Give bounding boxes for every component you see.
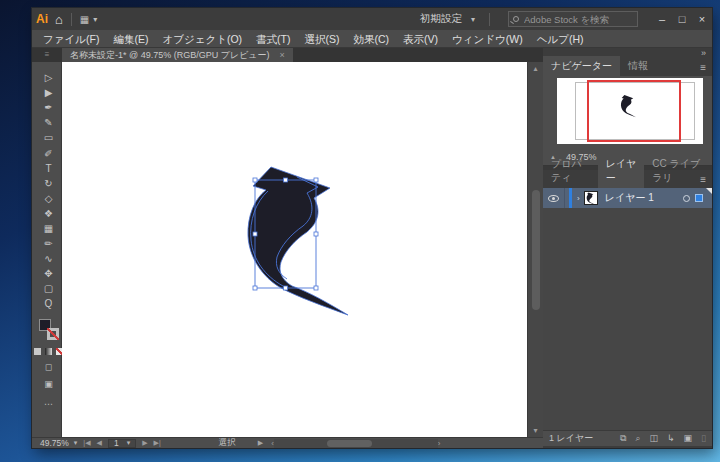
artboard-caret-icon: ▾: [127, 439, 131, 447]
tool-type[interactable]: T: [39, 161, 59, 176]
tab-layers[interactable]: レイヤー: [598, 154, 645, 188]
canvas-artboard[interactable]: [62, 62, 527, 437]
document-close-icon[interactable]: ×: [280, 50, 285, 60]
artboard-selector[interactable]: 1 ▾: [108, 439, 136, 448]
maximize-button[interactable]: □: [672, 8, 692, 30]
menu-type[interactable]: 書式(T): [249, 30, 297, 48]
status-flyout-icon[interactable]: ▶: [258, 439, 263, 447]
navigator-arrow-thumbnail: [619, 92, 637, 120]
arrange-documents-caret-icon[interactable]: ▾: [93, 15, 97, 24]
tool-rotate[interactable]: ↻: [39, 176, 59, 191]
menu-window[interactable]: ウィンドウ(W): [445, 30, 530, 48]
vertical-scrollbar[interactable]: ▴ ▾: [527, 62, 543, 437]
previous-artboard-icon[interactable]: ◀: [97, 439, 102, 447]
fill-stroke-widget[interactable]: [39, 319, 59, 340]
tool-selection[interactable]: ▷: [39, 70, 59, 85]
edit-toolbar-ellipsis[interactable]: ⋯: [44, 399, 53, 409]
menu-file[interactable]: ファイル(F): [36, 30, 106, 48]
close-button[interactable]: ×: [692, 8, 712, 30]
zoom-caret-icon[interactable]: ▾: [74, 439, 78, 447]
tab-info[interactable]: 情報: [620, 56, 656, 76]
tab-navigator[interactable]: ナビゲーター: [543, 56, 620, 76]
layers-footer-icons: ⧉⌕◫↳▣▯: [620, 433, 706, 444]
layers-panel-tabs: プロパティ レイヤー CC ライブラリ ≡: [543, 170, 712, 188]
tab-properties[interactable]: プロパティ: [543, 154, 598, 188]
scroll-down-icon[interactable]: ▾: [533, 426, 537, 435]
visibility-cell[interactable]: [543, 188, 565, 208]
horizontal-scrollbar[interactable]: ‹ ›: [271, 439, 449, 448]
adobe-stock-search[interactable]: [508, 11, 638, 27]
collapse-panels-icon[interactable]: »: [701, 49, 706, 58]
delete-layer-icon: ▯: [701, 433, 706, 444]
horizontal-scroll-track[interactable]: [274, 439, 438, 448]
menu-effect[interactable]: 効果(C): [346, 30, 396, 48]
document-tab-title: 名称未設定-1* @ 49.75% (RGB/GPU プレビュー): [70, 49, 270, 62]
artboard-nav-next: ▶▶|: [142, 439, 161, 447]
tool-pencil[interactable]: ✏: [39, 236, 59, 251]
menu-help[interactable]: ヘルプ(H): [530, 30, 591, 48]
new-layer-icon[interactable]: ▣: [684, 433, 693, 444]
selection-indicator-icon[interactable]: [695, 194, 703, 202]
stroke-swatch-none[interactable]: [47, 328, 59, 340]
desktop: { "titlebar": { "logo": "Ai", "workspace…: [0, 0, 720, 462]
scroll-right-icon[interactable]: ›: [438, 439, 441, 448]
tool-gradient[interactable]: ▦: [39, 221, 59, 236]
workspace-label: 初期設定: [420, 12, 462, 26]
tools-panel: ▷▶✒✎▭✐T↻◇❖▦✏∿✥▢Q◻▣⋯: [36, 62, 62, 437]
artboard-number: 1: [114, 438, 119, 448]
document-tab-bar: ≡ 名称未設定-1* @ 49.75% (RGB/GPU プレビュー) ×: [32, 48, 543, 62]
tool-width[interactable]: ∿: [39, 251, 59, 266]
tool-eraser[interactable]: ◇: [39, 191, 59, 206]
menu-view[interactable]: 表示(V): [396, 30, 445, 48]
layer-thumbnail[interactable]: [584, 191, 598, 205]
layer-row-selected[interactable]: › レイヤー 1: [543, 188, 712, 208]
arrow-shape[interactable]: [248, 167, 348, 315]
screen-mode-button[interactable]: ▣: [44, 379, 53, 389]
tool-rectangle[interactable]: ▭: [39, 130, 59, 145]
collect-for-export-icon[interactable]: ⧉: [620, 433, 626, 444]
expand-layer-icon[interactable]: ›: [577, 194, 580, 203]
tool-paintbrush[interactable]: ✐: [39, 145, 59, 160]
menu-object[interactable]: オブジェクト(O): [155, 30, 249, 48]
minimize-button[interactable]: –: [652, 8, 672, 30]
last-artboard-icon[interactable]: ▶|: [154, 439, 161, 447]
workspace-switcher[interactable]: 初期設定 ▾: [414, 10, 481, 28]
tool-direct-selection[interactable]: ▶: [39, 85, 59, 100]
horizontal-scroll-thumb[interactable]: [327, 440, 372, 447]
zoom-level[interactable]: 49.75%: [40, 438, 69, 448]
tool-curvature[interactable]: ✎: [39, 115, 59, 130]
tool-artboard[interactable]: ▢: [39, 281, 59, 296]
make-clipping-mask-icon[interactable]: ◫: [649, 433, 658, 444]
layer-name[interactable]: レイヤー 1: [605, 191, 654, 205]
toolbar-grip-icon[interactable]: ≡: [32, 48, 62, 62]
first-artboard-icon[interactable]: |◀: [83, 439, 90, 447]
tool-zoom[interactable]: Q: [39, 296, 59, 311]
tool-hand[interactable]: ✥: [39, 266, 59, 281]
title-bar: Ai ⌂ ▦ ▾ 初期設定 ▾ – □ ×: [32, 8, 712, 30]
next-artboard-icon[interactable]: ▶: [142, 439, 147, 447]
visibility-eye-icon[interactable]: [548, 195, 559, 202]
menu-bar: ファイル(F)編集(E)オブジェクト(O)書式(T)選択(S)効果(C)表示(V…: [32, 30, 712, 48]
scroll-up-icon[interactable]: ▴: [533, 64, 537, 73]
search-input[interactable]: [524, 14, 634, 25]
menu-select[interactable]: 選択(S): [297, 30, 346, 48]
arrange-documents-icon[interactable]: ▦: [80, 14, 89, 25]
selected-arrow-artwork[interactable]: [235, 160, 355, 320]
gradient-button[interactable]: [45, 348, 52, 355]
target-circle-icon[interactable]: [683, 195, 690, 202]
color-button[interactable]: [34, 348, 41, 355]
panel-menu-icon[interactable]: ≡: [700, 62, 706, 73]
home-icon[interactable]: ⌂: [55, 12, 63, 27]
tool-pen[interactable]: ✒: [39, 100, 59, 115]
vertical-scroll-thumb[interactable]: [532, 190, 540, 310]
navigator-body: [543, 76, 712, 148]
draw-mode-button[interactable]: ◻: [45, 362, 52, 372]
menu-edit[interactable]: 編集(E): [106, 30, 155, 48]
tool-shape-builder[interactable]: ❖: [39, 206, 59, 221]
workspace-caret-icon: ▾: [471, 15, 475, 24]
new-sublayer-icon[interactable]: ↳: [667, 433, 675, 444]
document-tab[interactable]: 名称未設定-1* @ 49.75% (RGB/GPU プレビュー) ×: [62, 48, 293, 62]
locate-object-icon[interactable]: ⌕: [635, 433, 640, 444]
panel-menu-icon[interactable]: ≡: [700, 174, 706, 185]
navigator-preview[interactable]: [557, 78, 703, 144]
